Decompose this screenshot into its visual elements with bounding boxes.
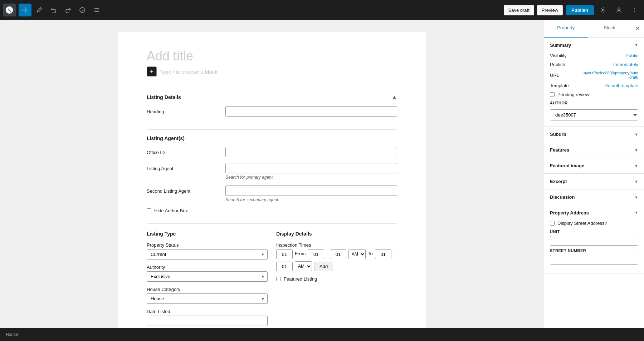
redo-button[interactable] [62,4,74,16]
visibility-value[interactable]: Public [626,53,638,58]
excerpt-header[interactable]: Excerpt ▼ [544,174,644,189]
post-title-input[interactable] [147,49,397,64]
date-listed-label: Date Listed [147,309,268,314]
add-block-inline-button[interactable]: + [147,66,157,76]
info-button[interactable] [76,4,89,16]
heading-row: Heading [147,106,397,117]
display-details-title: Display Details [276,231,397,237]
listing-agent-input[interactable] [225,163,397,173]
from-hour-input[interactable] [308,249,324,259]
user-button[interactable] [613,4,625,16]
street-number-input[interactable] [550,255,638,265]
wordpress-logo [3,4,16,16]
suburb-chevron: ▼ [634,132,638,137]
from-min-input[interactable] [330,249,346,259]
breadcrumb-property: House [6,332,18,337]
heading-input[interactable] [225,106,397,117]
listing-details-header[interactable]: Listing Details ▲ [147,88,397,106]
template-row: Template Default template [550,83,638,88]
publish-value[interactable]: Immediately [613,62,638,67]
listing-type-column: Listing Type Property Status Current Und… [147,231,268,328]
url-value[interactable]: LayoutPacks:8890/property/auto-draft/ [581,71,638,79]
second-listing-agent-hint: Search for secondary agent. [225,197,397,202]
add-block-button[interactable] [19,4,31,16]
to-min-input[interactable] [276,262,293,271]
date-listed-input[interactable] [147,316,268,326]
date-listed-group: Date Listed [147,309,268,326]
display-street-row: Display Street Address? [550,221,638,226]
author-select[interactable]: dee35007 [550,109,638,120]
features-title: Features [550,147,569,153]
second-listing-agent-input[interactable] [225,186,397,196]
publish-button[interactable]: Publish [566,5,594,15]
hide-author-label[interactable]: Hide Author Box [154,208,188,213]
office-id-input[interactable] [225,147,397,157]
bottom-bar: House [0,328,644,341]
svg-point-5 [634,11,635,12]
property-address-header[interactable]: Property Address ▲ [544,205,644,221]
inspection-times-group: Inspection Times From : AMPM To [276,242,397,271]
features-header[interactable]: Features ▼ [544,142,644,158]
listing-agents-content: Office ID Listing Agent Search for prima… [147,147,397,223]
inspection-from-day-input[interactable] [276,249,293,259]
listing-agents-header[interactable]: Listing Agent(s) [147,130,397,147]
office-id-label: Office ID [147,147,218,155]
featured-image-header[interactable]: Featured image ▼ [544,158,644,173]
block-hint-text: Type / to choose a block [160,69,218,75]
property-address-title: Property Address [550,210,589,216]
discussion-title: Discussion [550,194,575,200]
listing-details-title: Listing Details [147,94,181,100]
pending-review-checkbox[interactable] [550,92,555,97]
excerpt-title: Excerpt [550,179,567,184]
template-value[interactable]: Default template [604,83,638,88]
unit-input[interactable] [550,236,638,246]
preview-button[interactable]: Preview [537,5,563,15]
property-status-select[interactable]: Current Under Offer Sold Leased [147,249,268,260]
display-street-label[interactable]: Display Street Address? [557,221,607,226]
from-ampm-select[interactable]: AMPM [348,249,366,259]
suburb-header[interactable]: Suburb ▼ [544,127,644,142]
undo-button[interactable] [47,4,60,16]
author-section: AUTHOR dee35007 [550,101,638,120]
tab-block[interactable]: Block [588,20,631,38]
display-street-checkbox[interactable] [550,221,555,226]
url-row: URL LayoutPacks:8890/property/auto-draft… [550,71,638,79]
discussion-header[interactable]: Discussion ▼ [544,189,644,205]
time-sep-1: : [326,252,328,257]
discussion-chevron: ▼ [634,195,638,199]
authority-select[interactable]: Exclusive Conjunction Open Multi [147,271,268,282]
hide-author-checkbox[interactable] [147,208,151,213]
block-hint-row: + Type / to choose a block [147,66,397,76]
to-hour-input[interactable] [375,249,391,259]
tab-property[interactable]: Property [544,20,588,38]
add-inspection-button[interactable]: Add [314,262,333,271]
publish-label: Publish [550,62,565,67]
featured-listing-label[interactable]: Featured Listing [284,276,317,282]
close-icon: ✕ [635,25,640,33]
to-ampm-select[interactable]: AMPM [295,261,312,271]
settings-button[interactable] [597,4,610,16]
sidebar-close-button[interactable]: ✕ [631,20,644,37]
list-view-button[interactable] [90,4,103,16]
authority-group: Authority Exclusive Conjunction Open Mul… [147,265,268,282]
author-label: AUTHOR [550,101,638,105]
listing-details-section: Listing Details ▲ Heading [147,88,397,129]
suburb-section: Suburb ▼ [544,127,644,142]
listing-agents-section: Listing Agent(s) Office ID Listing Agent… [147,129,397,223]
edit-button[interactable] [33,4,46,16]
listing-agent-label: Listing Agent [147,163,218,171]
listing-details-toggle[interactable]: ▲ [391,94,397,100]
save-draft-button[interactable]: Save draft [504,5,534,15]
pending-review-label[interactable]: Pending review [557,92,589,97]
property-address-chevron: ▲ [634,211,638,215]
display-details-column: Display Details Inspection Times From : [276,231,397,328]
summary-header[interactable]: Summary ▲ [544,38,644,53]
main-layout: + Type / to choose a block Listing Detai… [0,20,644,328]
house-category-group: House Category House Unit Land Commercia… [147,287,268,304]
second-listing-agent-label: Second Listing Agent [147,186,218,194]
more-options-button[interactable] [628,4,641,16]
authority-label: Authority [147,265,268,270]
listing-type-display-section: Listing Type Property Status Current Und… [147,223,397,328]
house-category-select[interactable]: House Unit Land Commercial [147,293,268,304]
featured-listing-checkbox[interactable] [276,277,281,281]
